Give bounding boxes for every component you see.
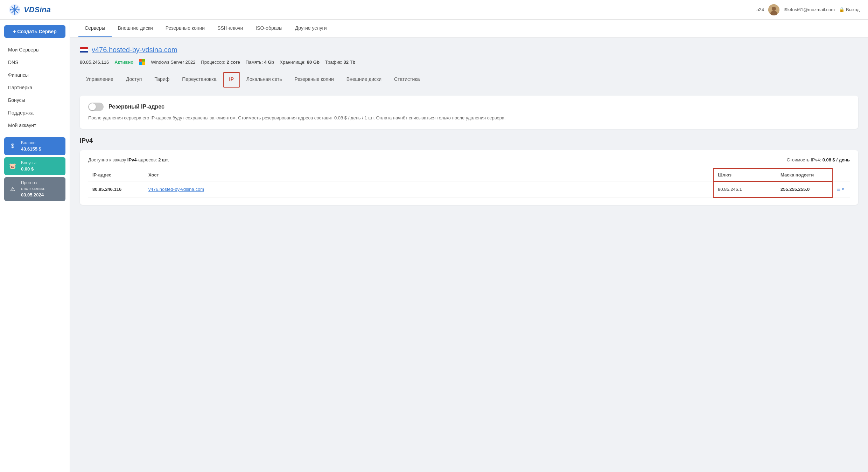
tab-iso-images[interactable]: ISO-образы [249, 20, 288, 37]
ipv4-available: Доступно к заказу IPv4-адресов: 2 шт. [88, 157, 169, 162]
sub-tab-local-network[interactable]: Локальная сеть [240, 72, 288, 87]
memory-info: Память: 4 Gb [246, 60, 274, 65]
sidebar-item-finances[interactable]: Финансы [0, 69, 70, 81]
ipv4-title: IPv4 [80, 137, 858, 145]
avatar [768, 4, 779, 15]
forecast-label: Прогноз отключения: [21, 180, 62, 192]
sidebar-nav: Мои Серверы DNS Финансы Партнёрка Бонусы… [0, 43, 70, 132]
sub-tab-backups[interactable]: Резервные копии [288, 72, 340, 87]
logout-button[interactable]: 🔒 Выход [839, 7, 860, 12]
server-status: Активно [114, 60, 133, 65]
tab-backups[interactable]: Резервные копии [159, 20, 211, 37]
tab-other-services[interactable]: Другие услуги [289, 20, 333, 37]
ip-table-header: IP-адрес Хост Шлюз Маска подсети [88, 168, 850, 181]
sidebar-balance: $ Баланс: 43.6155 $ 🐷 Бонусы: 0.00 $ ⚠ П… [4, 137, 65, 201]
ipv4-section: IPv4 Доступно к заказу IPv4-адресов: 2 ш… [80, 137, 858, 205]
col-header-host: Хост [144, 168, 713, 181]
sub-tab-statistics[interactable]: Статистика [388, 72, 426, 87]
lock-icon: 🔒 [839, 7, 845, 12]
logo-text: VDSina [24, 5, 51, 14]
ipv4-cost: Стоимость IPv4: 0.08 $ / день [787, 157, 850, 162]
bonuses-value: 0.00 $ [21, 166, 37, 172]
sidebar-item-support[interactable]: Поддержка [0, 106, 70, 119]
cell-mask: 255.255.255.0 [776, 181, 832, 197]
balance-label: Баланс: [21, 140, 41, 146]
svg-point-5 [14, 5, 15, 6]
cell-gateway: 80.85.246.1 [713, 181, 776, 197]
col-header-gateway: Шлюз [713, 168, 776, 181]
menu-icon: ≡ [837, 186, 841, 193]
storage-info: Хранилище: 80 Gb [280, 60, 320, 65]
ip-table: IP-адрес Хост Шлюз Маска подсети 80.85.2… [88, 168, 850, 198]
layout: + Создать Сервер Мои Серверы DNS Финансы… [0, 20, 868, 472]
logout-label: Выход [846, 7, 860, 12]
dollar-icon: $ [8, 141, 18, 151]
sub-tab-reinstall[interactable]: Переустановка [176, 72, 223, 87]
header-email: t9k4ust61@mozmail.com [784, 7, 835, 12]
processor-info: Процессор: 2 core [201, 60, 240, 65]
server-hostname[interactable]: v476.hosted-by-vdsina.com [92, 46, 177, 54]
warning-icon: ⚠ [8, 184, 18, 194]
ipv4-info-row: Доступно к заказу IPv4-адресов: 2 шт. Ст… [88, 157, 850, 162]
reserve-ip-description: После удаления сервера его IP-адреса буд… [88, 114, 850, 122]
ip-table-body: 80.85.246.116 v476.hosted-by-vdsina.com … [88, 181, 850, 197]
ip-table-wrapper: IP-адрес Хост Шлюз Маска подсети 80.85.2… [88, 168, 850, 198]
logo: VDSina [8, 4, 51, 16]
windows-icon [139, 59, 145, 65]
header: VDSina a24 t9k4ust61@mozmail.com 🔒 Выход [0, 0, 868, 20]
svg-point-7 [10, 9, 11, 11]
svg-point-6 [14, 13, 15, 15]
sub-tab-external-disks[interactable]: Внешние диски [340, 72, 388, 87]
sidebar-item-dns[interactable]: DNS [0, 56, 70, 69]
content-area: v476.hosted-by-vdsina.com 80.85.246.116 … [70, 37, 868, 222]
sidebar-item-account[interactable]: Мой аккаунт [0, 119, 70, 132]
svg-point-10 [772, 7, 776, 11]
sidebar: + Создать Сервер Мои Серверы DNS Финансы… [0, 20, 70, 472]
svg-rect-15 [142, 62, 145, 65]
sub-tab-ip[interactable]: IP [223, 72, 240, 88]
col-header-mask: Маска подсети [776, 168, 832, 181]
ipv4-card: Доступно к заказу IPv4-адресов: 2 шт. Ст… [80, 150, 858, 205]
col-header-actions [832, 168, 850, 181]
sub-tab-management[interactable]: Управление [80, 72, 120, 87]
sidebar-item-my-servers[interactable]: Мои Серверы [0, 43, 70, 56]
server-os: Windows Server 2022 [151, 60, 195, 65]
forecast-value: 03.05.2024 [21, 192, 62, 198]
svg-rect-13 [142, 59, 145, 62]
tab-ssh-keys[interactable]: SSH-ключи [211, 20, 249, 37]
sidebar-item-bonuses[interactable]: Бонусы [0, 94, 70, 106]
server-title: v476.hosted-by-vdsina.com [80, 46, 858, 54]
reserve-ip-card: Резервный IP-адрес После удаления сервер… [80, 96, 858, 129]
tab-servers[interactable]: Серверы [78, 20, 112, 37]
cell-host: v476.hosted-by-vdsina.com [144, 181, 713, 197]
create-server-button[interactable]: + Создать Сервер [4, 25, 65, 38]
forecast-card: ⚠ Прогноз отключения: 03.05.2024 [4, 177, 65, 201]
balance-card: $ Баланс: 43.6155 $ [4, 137, 65, 155]
sidebar-item-partners[interactable]: Партнёрка [0, 81, 70, 94]
cell-ip: 80.85.246.116 [88, 181, 144, 197]
piggy-icon: 🐷 [8, 161, 18, 171]
svg-rect-12 [139, 59, 142, 62]
host-link[interactable]: v476.hosted-by-vdsina.com [148, 187, 204, 192]
header-right: a24 t9k4ust61@mozmail.com 🔒 Выход [756, 4, 860, 15]
row-actions-button[interactable]: ≡ ▼ [837, 186, 845, 193]
traffic-info: Трафик: 32 Tb [325, 60, 356, 65]
svg-rect-14 [139, 62, 142, 65]
server-ip: 80.85.246.116 [80, 60, 109, 65]
bonuses-card: 🐷 Бонусы: 0.00 $ [4, 157, 65, 175]
cell-actions[interactable]: ≡ ▼ [832, 181, 850, 197]
tab-external-disks[interactable]: Внешние диски [112, 20, 159, 37]
col-header-ip: IP-адрес [88, 168, 144, 181]
reserve-ip-title: Резервный IP-адрес [108, 104, 164, 110]
main-content: Серверы Внешние диски Резервные копии SS… [70, 20, 868, 472]
balance-value: 43.6155 $ [21, 146, 41, 152]
server-info: 80.85.246.116 Активно Windows Server 202… [80, 59, 858, 65]
bonuses-label: Бонусы: [21, 160, 37, 166]
sub-tabs: Управление Доступ Тариф Переустановка IP… [80, 72, 858, 87]
header-user-id: a24 [756, 7, 764, 12]
reserve-ip-toggle[interactable] [88, 103, 104, 111]
top-tabs: Серверы Внешние диски Резервные копии SS… [70, 20, 868, 37]
sub-tab-access[interactable]: Доступ [120, 72, 148, 87]
logo-icon [8, 4, 21, 16]
sub-tab-tariff[interactable]: Тариф [148, 72, 176, 87]
